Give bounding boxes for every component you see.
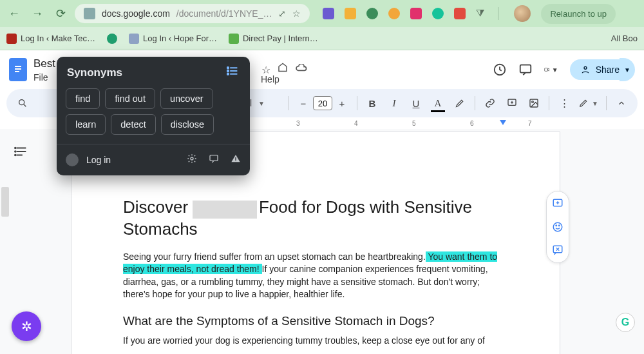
page-shadow	[1, 187, 9, 217]
editing-mode[interactable]: ▼	[579, 99, 598, 108]
bold-icon[interactable]: B	[365, 96, 379, 110]
increase-font-icon[interactable]: +	[335, 96, 349, 110]
floating-comment-actions	[546, 191, 569, 263]
ruler-mark: 3	[296, 120, 300, 127]
doc-title-block: Best File	[33, 57, 55, 83]
italic-icon[interactable]: I	[387, 96, 401, 110]
document-title[interactable]: Best	[33, 57, 55, 70]
svg-point-17	[559, 225, 560, 226]
extensions-strip: ⧩	[323, 5, 531, 22]
star-icon[interactable]: ☆	[292, 8, 301, 19]
bookmark-label: Log In ‹ Make Tec…	[21, 34, 95, 43]
bookmark-item[interactable]: Log In ‹ Hope For…	[129, 34, 217, 44]
extension-icon[interactable]	[323, 8, 334, 19]
svg-rect-2	[15, 71, 19, 72]
svg-point-21	[227, 74, 229, 75]
menu-help[interactable]: Help	[261, 74, 279, 84]
ruler-indent-marker[interactable]	[500, 120, 506, 125]
history-icon[interactable]	[493, 63, 507, 77]
add-comment-icon[interactable]	[549, 195, 566, 212]
extension-icon[interactable]	[366, 8, 378, 19]
synonym-chip[interactable]: disclose	[161, 114, 214, 135]
docs-logo-icon[interactable]	[9, 58, 27, 81]
menu-file[interactable]: File	[33, 72, 48, 83]
divider	[57, 144, 250, 144]
add-comment-icon[interactable]	[505, 96, 519, 110]
underline-icon[interactable]: U	[409, 96, 423, 110]
insert-image-icon[interactable]	[527, 96, 541, 110]
synonym-chip[interactable]: uncover	[160, 88, 213, 109]
list-view-icon[interactable]	[227, 66, 240, 79]
warning-icon[interactable]	[231, 153, 241, 166]
chevron-down-icon: ▼	[592, 100, 598, 107]
bookmark-item[interactable]	[107, 34, 117, 44]
forward-button[interactable]: →	[28, 5, 46, 23]
search-icon[interactable]	[15, 96, 30, 110]
profile-avatar[interactable]	[514, 5, 531, 22]
bookmark-item[interactable]: All Boo	[611, 34, 638, 43]
svg-point-7	[19, 100, 24, 105]
site-settings-icon[interactable]	[84, 8, 95, 19]
text-color-icon[interactable]: A	[431, 96, 445, 110]
separator	[549, 96, 549, 110]
extension-icon[interactable]	[345, 8, 356, 19]
reload-button[interactable]: ⟳	[52, 5, 70, 23]
paragraph: Seeing your furry friend suffer from an …	[123, 251, 508, 301]
synonyms-title: Synonyms	[67, 66, 122, 79]
login-link[interactable]: Log in	[86, 155, 111, 165]
chevron-down-icon: ▼	[552, 66, 558, 74]
bookmark-label: Direct Pay | Intern…	[243, 34, 318, 43]
paragraph-text: Seeing your furry friend suffer from an …	[123, 251, 426, 262]
synonyms-popup: Synonyms find find out uncover learn det…	[57, 57, 250, 175]
synonym-chip[interactable]: find out	[105, 88, 155, 109]
cloud-status-icon[interactable]	[295, 64, 308, 75]
ruler-mark: 4	[354, 120, 358, 127]
bookmark-item[interactable]: Direct Pay | Intern…	[229, 34, 318, 44]
bookmark-favicon	[6, 34, 17, 44]
synonym-chip[interactable]: detect	[111, 114, 156, 135]
separator	[606, 96, 607, 110]
extension-icon[interactable]	[454, 8, 466, 19]
emoji-reaction-icon[interactable]	[549, 219, 566, 235]
assistant-fab[interactable]: ✲	[12, 311, 41, 341]
svg-point-19	[227, 67, 229, 68]
comments-icon[interactable]	[518, 63, 533, 77]
svg-point-11	[15, 148, 16, 149]
share-dropdown[interactable]: ▼	[620, 58, 635, 81]
separator	[357, 96, 357, 110]
settings-icon[interactable]	[187, 153, 197, 166]
feedback-icon[interactable]	[209, 153, 219, 166]
decrease-font-icon[interactable]: −	[296, 96, 310, 110]
bookmark-item[interactable]: Log In ‹ Make Tec…	[6, 34, 95, 44]
svg-rect-4	[520, 65, 531, 73]
grammarly-icon[interactable]: G	[616, 313, 635, 332]
link-icon[interactable]	[483, 96, 497, 110]
svg-point-10	[532, 101, 534, 103]
synonym-chip[interactable]: learn	[66, 114, 106, 135]
extension-icon[interactable]	[410, 8, 422, 19]
browser-top-bar: ← → ⟳ docs.google.com/document/d/1YNYE_……	[0, 0, 644, 27]
extension-icon[interactable]	[388, 8, 400, 19]
font-size-input[interactable]	[313, 96, 332, 110]
address-bar[interactable]: docs.google.com/document/d/1YNYE_… ⤢ ☆	[75, 4, 310, 23]
bookmark-favicon	[107, 34, 117, 44]
svg-rect-24	[235, 157, 236, 160]
extension-icon[interactable]	[432, 8, 444, 19]
paragraph: If you are worried your dog is experienc…	[123, 335, 508, 348]
back-button[interactable]: ←	[5, 5, 23, 23]
separator	[475, 96, 475, 110]
svg-rect-23	[210, 155, 218, 161]
header-right-actions: ▼ Share ▼	[493, 58, 635, 81]
svg-point-22	[191, 157, 193, 160]
relaunch-button[interactable]: Relaunch to up	[541, 4, 615, 24]
bookmark-label: Log In ‹ Hope For…	[143, 34, 217, 43]
collapse-toolbar-icon[interactable]	[614, 96, 629, 110]
more-tools-icon[interactable]: ⋮	[557, 96, 571, 110]
suggest-edit-icon[interactable]	[549, 242, 566, 259]
extensions-menu-icon[interactable]: ⧩	[476, 8, 488, 19]
zoom-icon[interactable]: ⤢	[278, 8, 286, 19]
meet-button[interactable]: ▼	[544, 63, 558, 77]
highlight-icon[interactable]	[453, 96, 467, 110]
synonym-chip[interactable]: find	[66, 88, 100, 109]
outline-toggle-icon[interactable]	[14, 144, 32, 162]
